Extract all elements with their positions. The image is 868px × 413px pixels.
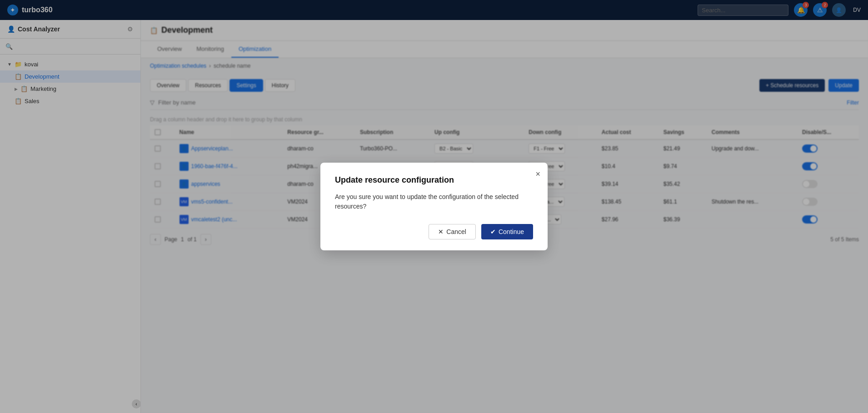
- continue-label: Continue: [499, 228, 524, 235]
- cancel-x-icon: ✕: [438, 228, 444, 235]
- cancel-button[interactable]: ✕ Cancel: [429, 224, 476, 239]
- dialog-title: Update resource configuration: [335, 175, 533, 185]
- cancel-label: Cancel: [446, 228, 466, 235]
- dialog-close-button[interactable]: ×: [535, 170, 540, 178]
- dialog-body: Are you sure you want to update the conf…: [335, 192, 533, 211]
- dialog-overlay: × Update resource configuration Are you …: [0, 0, 868, 413]
- continue-button[interactable]: ✔ Continue: [481, 224, 533, 239]
- continue-check-icon: ✔: [490, 228, 496, 235]
- dialog-footer: ✕ Cancel ✔ Continue: [335, 224, 533, 239]
- dialog-box: × Update resource configuration Are you …: [320, 163, 548, 250]
